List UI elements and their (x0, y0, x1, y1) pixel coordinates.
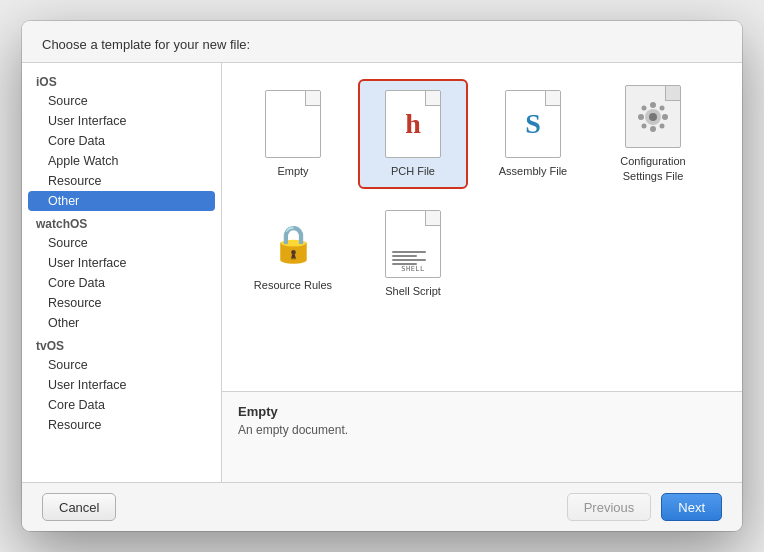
description-area: Empty An empty document. (222, 392, 742, 482)
dialog-footer: Cancel Previous Next (22, 482, 742, 531)
svg-point-8 (660, 105, 665, 110)
sidebar-item-watchos-user-interface[interactable]: User Interface (22, 253, 221, 273)
template-label-shell-script: Shell Script (385, 284, 441, 298)
sidebar-group-label: iOS (22, 69, 221, 91)
template-item-shell-script[interactable]: SHELLShell Script (358, 199, 468, 309)
footer-right: Previous Next (567, 493, 722, 521)
templates-grid: EmptyhPCH FileSAssembly FileConfiguratio… (222, 63, 742, 392)
template-item-configuration-settings-file[interactable]: Configuration Settings File (598, 79, 708, 189)
config-icon (625, 85, 681, 148)
sidebar-item-tvos-source[interactable]: Source (22, 355, 221, 375)
template-item-resource-rules[interactable]: 🔒Resource Rules (238, 199, 348, 309)
sidebar-group: tvOSSourceUser InterfaceCore DataResourc… (22, 333, 221, 435)
pch-icon: h (385, 90, 441, 158)
template-label-configuration-settings-file: Configuration Settings File (604, 154, 702, 183)
sidebar-item-watchos-resource[interactable]: Resource (22, 293, 221, 313)
cancel-button[interactable]: Cancel (42, 493, 116, 521)
template-label-assembly-file: Assembly File (499, 164, 567, 178)
content-area: EmptyhPCH FileSAssembly FileConfiguratio… (222, 63, 742, 482)
template-item-empty[interactable]: Empty (238, 79, 348, 189)
sidebar-item-watchos-other[interactable]: Other (22, 313, 221, 333)
svg-point-4 (638, 114, 644, 120)
sidebar-item-ios-core-data[interactable]: Core Data (22, 131, 221, 151)
sidebar: iOSSourceUser InterfaceCore DataApple Wa… (22, 63, 222, 482)
sidebar-item-watchos-core-data[interactable]: Core Data (22, 273, 221, 293)
svg-point-1 (649, 113, 657, 121)
sidebar-item-ios-source[interactable]: Source (22, 91, 221, 111)
svg-point-7 (660, 123, 665, 128)
svg-point-9 (642, 123, 647, 128)
template-item-assembly-file[interactable]: SAssembly File (478, 79, 588, 189)
description-text: An empty document. (238, 423, 726, 437)
svg-point-3 (650, 126, 656, 132)
template-chooser-dialog: Choose a template for your new file: iOS… (22, 21, 742, 531)
sidebar-item-tvos-core-data[interactable]: Core Data (22, 395, 221, 415)
empty-icon (265, 90, 321, 158)
next-button[interactable]: Next (661, 493, 722, 521)
assembly-icon: S (505, 90, 561, 158)
dialog-body: iOSSourceUser InterfaceCore DataApple Wa… (22, 63, 742, 482)
sidebar-item-tvos-resource[interactable]: Resource (22, 415, 221, 435)
previous-button[interactable]: Previous (567, 493, 652, 521)
template-label-empty: Empty (277, 164, 308, 178)
svg-point-5 (662, 114, 668, 120)
resource-rules-icon: 🔒 (265, 216, 321, 272)
sidebar-item-ios-user-interface[interactable]: User Interface (22, 111, 221, 131)
sidebar-item-ios-resource[interactable]: Resource (22, 171, 221, 191)
svg-point-2 (650, 102, 656, 108)
sidebar-group: watchOSSourceUser InterfaceCore DataReso… (22, 211, 221, 333)
description-title: Empty (238, 404, 726, 419)
sidebar-item-ios-other[interactable]: Other (28, 191, 215, 211)
sidebar-group-label: watchOS (22, 211, 221, 233)
template-label-pch-file: PCH File (391, 164, 435, 178)
shell-icon: SHELL (385, 210, 441, 278)
sidebar-item-tvos-user-interface[interactable]: User Interface (22, 375, 221, 395)
sidebar-item-watchos-source[interactable]: Source (22, 233, 221, 253)
template-item-pch-file[interactable]: hPCH File (358, 79, 468, 189)
dialog-title: Choose a template for your new file: (22, 21, 742, 63)
template-label-resource-rules: Resource Rules (254, 278, 332, 292)
svg-point-6 (642, 105, 647, 110)
sidebar-group-label: tvOS (22, 333, 221, 355)
sidebar-group: iOSSourceUser InterfaceCore DataApple Wa… (22, 69, 221, 211)
sidebar-item-ios-apple-watch[interactable]: Apple Watch (22, 151, 221, 171)
